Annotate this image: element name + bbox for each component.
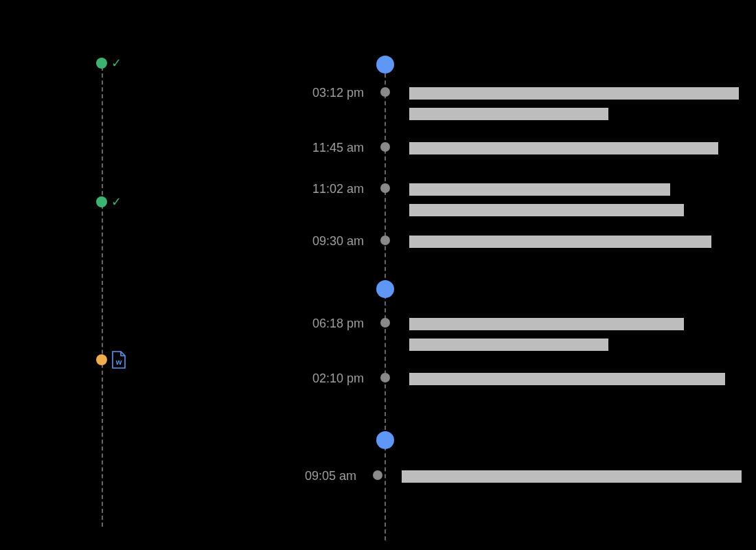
left-timeline: ✓✓ w bbox=[96, 54, 137, 521]
entry-content bbox=[409, 318, 684, 351]
placeholder-line bbox=[409, 183, 670, 196]
timeline-entry: 11:45 am bbox=[288, 142, 742, 154]
entry-dot-icon bbox=[380, 373, 390, 382]
right-timeline: 03:12 pm11:45 am11:02 am09:30 am06:18 pm… bbox=[288, 51, 742, 539]
day-marker-0 bbox=[376, 56, 394, 73]
entry-dot-icon bbox=[380, 87, 390, 97]
timeline-entry: 09:05 am bbox=[288, 470, 742, 483]
entry-time: 11:45 am bbox=[288, 142, 364, 153]
left-node-1: ✓ bbox=[96, 196, 122, 208]
entry-content bbox=[409, 142, 718, 154]
timeline-entry: 02:10 pm bbox=[288, 373, 742, 385]
entry-content bbox=[409, 373, 725, 385]
entry-dot-icon bbox=[380, 183, 390, 193]
placeholder-line bbox=[409, 318, 684, 330]
entry-time: 11:02 am bbox=[288, 183, 364, 194]
word-document-icon: w bbox=[111, 351, 126, 369]
entry-dot-icon bbox=[380, 236, 390, 245]
left-node-2: w bbox=[96, 351, 126, 369]
entry-time: 02:10 pm bbox=[288, 373, 364, 384]
svg-text:w: w bbox=[115, 358, 122, 366]
left-node-0: ✓ bbox=[96, 57, 122, 69]
placeholder-line bbox=[402, 470, 742, 483]
entry-dot-icon bbox=[380, 318, 390, 328]
timeline-entry: 03:12 pm bbox=[288, 87, 742, 120]
entry-content bbox=[409, 236, 711, 248]
timeline-entry: 06:18 pm bbox=[288, 318, 742, 351]
timeline-entry: 11:02 am bbox=[288, 183, 742, 216]
placeholder-line bbox=[409, 142, 718, 154]
entry-time: 09:05 am bbox=[288, 470, 356, 481]
day-marker-2 bbox=[376, 431, 394, 449]
entry-time: 06:18 pm bbox=[288, 318, 364, 329]
timeline-entry: 09:30 am bbox=[288, 236, 742, 248]
entry-dot-icon bbox=[380, 142, 390, 152]
entry-content bbox=[409, 87, 739, 120]
status-dot-amber bbox=[96, 354, 107, 365]
placeholder-line bbox=[409, 373, 725, 385]
entry-dot-icon bbox=[373, 470, 382, 480]
check-icon: ✓ bbox=[111, 57, 122, 69]
left-timeline-line bbox=[102, 60, 103, 527]
entry-content bbox=[409, 183, 684, 216]
placeholder-line bbox=[409, 87, 739, 100]
placeholder-line bbox=[409, 108, 608, 120]
placeholder-line bbox=[409, 236, 711, 248]
status-dot-green bbox=[96, 58, 107, 69]
right-timeline-line bbox=[385, 60, 386, 540]
check-icon: ✓ bbox=[111, 196, 122, 208]
day-marker-1 bbox=[376, 280, 394, 298]
entry-time: 09:30 am bbox=[288, 236, 364, 247]
entry-content bbox=[402, 470, 742, 483]
entry-time: 03:12 pm bbox=[288, 87, 364, 98]
status-dot-green bbox=[96, 196, 107, 207]
placeholder-line bbox=[409, 204, 684, 216]
placeholder-line bbox=[409, 339, 608, 351]
